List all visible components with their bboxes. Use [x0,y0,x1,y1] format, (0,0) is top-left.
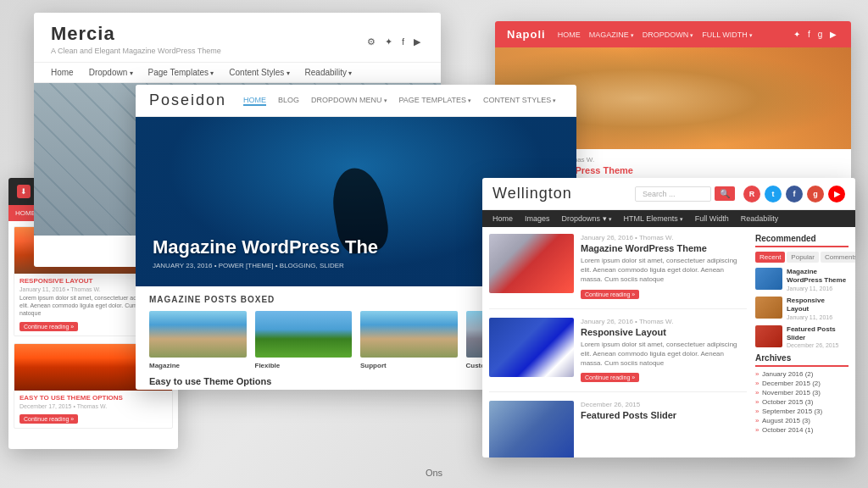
wellington-header-icons: R t f g ▶ [743,186,845,202]
napoli-nav-home[interactable]: HOME [558,30,581,39]
tortuga-icon: ⬇ [17,185,31,198]
poseidon-hero-meta: JANUARY 23, 2016 • POWER [THEME] • BLOGG… [153,262,378,269]
wellington-post-title-3: Featured Posts Slider [581,410,747,420]
wellington-archive-oct2014[interactable]: October 2014 (1) [755,426,849,434]
poseidon-nav-dropdown[interactable]: DROPDOWN MENU [311,96,387,106]
mercia-nav-page-templates[interactable]: Page Templates [148,68,214,77]
wellington-sidebar-tabs: Recent Popular Comments [755,252,849,263]
wellington-post-content-2: January 26, 2016 • Thomas W. Responsive … [581,318,747,384]
mercia-nav-readability[interactable]: Readability [305,68,353,77]
mercia-subtitle: A Clean and Elegant Magazine WordPress T… [51,47,424,55]
wellington-search-box[interactable]: Search ... [635,186,711,202]
napoli-nav-magazine[interactable]: MAGAZINE [589,30,634,39]
wellington-post-3: December 26, 2015 Featured Posts Slider [489,401,747,458]
wellington-post-2: January 26, 2016 • Thomas W. Responsive … [489,318,747,393]
theme-wellington: Wellington Search ... 🔍 R t f g ▶ Home I… [482,178,855,458]
napoli-logo: Napoli [507,28,546,41]
wellington-sidebar-item-date-2: January 11, 2016 [787,314,849,320]
mercia-nav-home[interactable]: Home [51,68,74,77]
wellington-search-button[interactable]: 🔍 [715,186,735,201]
wellington-post-title-2: Responsive Layout [581,327,747,337]
wellington-header: Wellington Search ... 🔍 R t f g ▶ [482,178,855,210]
wellington-sidebar-item-title-2: Responsive Layout [787,297,849,314]
poseidon-nav-page-templates[interactable]: PAGE TEMPLATES [399,96,471,106]
wellington-tab-popular[interactable]: Popular [787,252,819,263]
wellington-nav-home[interactable]: Home [492,214,513,223]
poseidon-post-label-2: Flexible [255,362,353,369]
wellington-continue-2[interactable]: Continue reading » [581,373,639,382]
wellington-sidebar-thumb-3 [755,325,782,347]
napoli-nav-full-width[interactable]: FULL WIDTH [702,30,753,39]
wellington-sidebar-item-title-3: Featured Posts Slider [787,325,849,343]
wellington-post-1: January 26, 2016 • Thomas W. Magazine Wo… [489,234,747,309]
poseidon-post-img-3 [360,311,458,358]
wellington-archive-sep2015[interactable]: September 2015 (3) [755,408,849,415]
wellington-post-text-1: Lorem ipsum dolor sit amet, consectetuer… [581,256,747,285]
wellington-post-text-2: Lorem ipsum dolor sit amet, consectetuer… [581,340,747,369]
napoli-header: Napoli HOME MAGAZINE DROPDOWN FULL WIDTH… [495,21,851,47]
wellington-main: January 26, 2016 • Thomas W. Magazine Wo… [482,227,855,458]
wellington-archive-dec2015[interactable]: December 2015 (2) [755,380,849,387]
poseidon-header: Poseidon HOME BLOG DROPDOWN MENU PAGE TE… [136,85,576,117]
poseidon-nav-blog[interactable]: BLOG [278,96,299,106]
wellington-tab-recent[interactable]: Recent [755,252,785,263]
mercia-nav-content-styles[interactable]: Content Styles [229,68,289,77]
wellington-sidebar-item-date-3: December 26, 2015 [787,342,849,348]
poseidon-nav: HOME BLOG DROPDOWN MENU PAGE TEMPLATES C… [243,96,556,106]
wellington-sidebar-thumb-1 [755,268,782,290]
mercia-nav-dropdown[interactable]: Dropdown [89,68,133,77]
poseidon-nav-content-styles[interactable]: CONTENT STYLES [483,96,556,106]
tortuga-continue-1[interactable]: Continue reading » [19,322,78,331]
tortuga-post-info-2: EASY TO USE THEME OPTIONS December 17, 2… [14,391,172,428]
poseidon-post-2: Flexible [255,311,353,369]
poseidon-post-img-1 [149,311,247,358]
wellington-nav-dropdowns[interactable]: Dropdowns ▾ [562,214,612,223]
wellington-post-img-1 [489,234,574,293]
wellington-nav-html[interactable]: HTML Elements [624,214,683,223]
wellington-nav-images[interactable]: Images [525,214,550,223]
wellington-tab-comments[interactable]: Comments [821,252,855,263]
wellington-googleplus-icon[interactable]: g [807,186,824,202]
wellington-post-img-2 [489,318,574,377]
napoli-social-icons: ✦ f g ▶ [793,30,839,39]
wellington-search: Search ... 🔍 [635,186,735,202]
wellington-post-img-3 [489,401,574,458]
poseidon-logo: Poseidon [149,92,226,109]
screenshot-container: ⬇ TORTUGA HOME MAGAZINE ▾ DROPDOWN ▾ RES… [0,0,868,488]
wellington-post-meta-3: December 26, 2015 [581,401,747,408]
wellington-nav-full-width[interactable]: Full Width [695,214,729,223]
poseidon-hero-title: Magazine WordPress The [153,236,378,258]
tortuga-nav-home[interactable]: HOME [15,209,36,217]
tortuga-post-meta-2: December 17, 2015 • Thomas W. [19,403,167,409]
mercia-social-icons: ⚙ ✦ f ▶ [367,36,424,47]
bottom-text: Ons [426,468,442,478]
wellington-archive-jan2016[interactable]: January 2016 (2) [755,370,849,378]
wellington-sidebar-info-3: Featured Posts Slider December 26, 2015 [787,325,849,349]
wellington-twitter-icon[interactable]: t [765,186,782,202]
wellington-post-meta-2: January 26, 2016 • Thomas W. [581,318,747,325]
wellington-post-content-3: December 26, 2015 Featured Posts Slider [581,401,747,458]
wellington-logo: Wellington [492,185,626,202]
poseidon-post-label-1: Magazine [149,362,247,369]
wellington-archive-nov2015[interactable]: November 2015 (3) [755,389,849,396]
wellington-youtube-icon[interactable]: ▶ [828,186,845,202]
wellington-sidebar-item-3: Featured Posts Slider December 26, 2015 [755,325,849,349]
poseidon-nav-home[interactable]: HOME [243,96,266,106]
wellington-sidebar-item-1: Magazine WordPress Theme January 11, 201… [755,268,849,291]
wellington-sidebar-item-title-1: Magazine WordPress Theme [787,268,849,286]
tortuga-continue-2[interactable]: Continue reading » [19,414,78,424]
poseidon-post-3: Support [360,311,458,369]
wellington-archive-aug2015[interactable]: August 2015 (3) [755,417,849,424]
wellington-nav: Home Images Dropdowns ▾ HTML Elements Fu… [482,210,855,227]
wellington-sidebar: Recommended Recent Popular Comments Maga… [755,234,849,458]
wellington-rss-icon[interactable]: R [743,186,760,202]
wellington-post-content-1: January 26, 2016 • Thomas W. Magazine Wo… [581,234,747,300]
wellington-sidebar-item-date-1: January 11, 2016 [787,286,849,291]
wellington-sidebar-item-2: Responsive Layout January 11, 2016 [755,297,849,320]
wellington-continue-1[interactable]: Continue reading » [581,290,639,299]
poseidon-post-label-3: Support [360,362,458,369]
napoli-nav-dropdown[interactable]: DROPDOWN [643,30,693,39]
wellington-nav-readability[interactable]: Readability [741,214,779,223]
wellington-facebook-icon[interactable]: f [786,186,803,202]
wellington-archive-oct2015[interactable]: October 2015 (3) [755,398,849,406]
